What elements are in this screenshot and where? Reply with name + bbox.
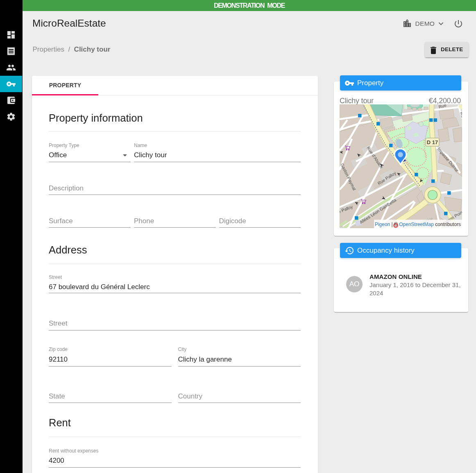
svg-text:Pigeon | © OpenStreetMap contr: Pigeon | © OpenStreetMap contributors	[375, 222, 461, 227]
svg-text:D 17: D 17	[427, 139, 438, 145]
